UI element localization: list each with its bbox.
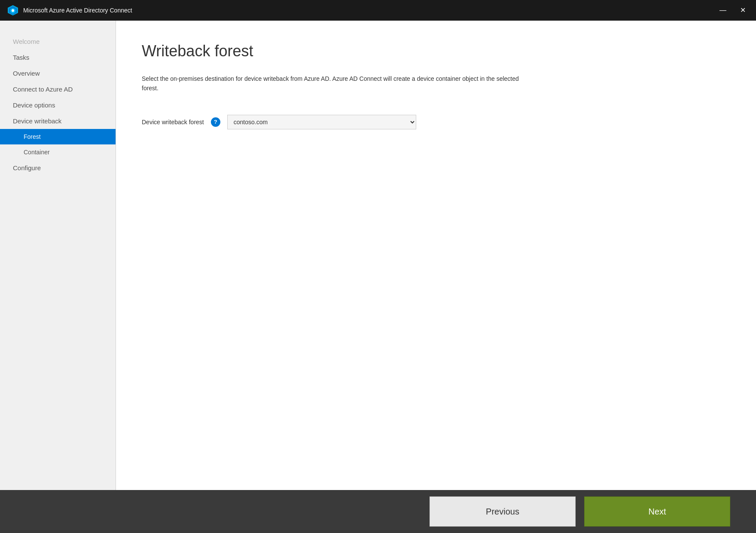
main-panel: Writeback forest Select the on-premises … bbox=[116, 21, 756, 490]
sidebar-item-configure[interactable]: Configure bbox=[0, 160, 116, 176]
window-title: Microsoft Azure Active Directory Connect bbox=[23, 7, 716, 14]
sidebar-item-forest[interactable]: Forest bbox=[0, 129, 116, 144]
help-icon[interactable]: ? bbox=[211, 117, 220, 127]
sidebar-item-container[interactable]: Container bbox=[0, 144, 116, 160]
page-title: Writeback forest bbox=[142, 42, 730, 60]
sidebar-item-device-options[interactable]: Device options bbox=[0, 97, 116, 113]
forest-select[interactable]: contoso.com bbox=[227, 115, 416, 129]
form-row: Device writeback forest ? contoso.com bbox=[142, 115, 730, 129]
sidebar: Welcome Tasks Overview Connect to Azure … bbox=[0, 21, 116, 490]
footer: Previous Next bbox=[0, 490, 756, 533]
content-area: Welcome Tasks Overview Connect to Azure … bbox=[0, 21, 756, 490]
sidebar-item-tasks[interactable]: Tasks bbox=[0, 49, 116, 65]
app-icon bbox=[7, 4, 19, 16]
sidebar-item-device-writeback[interactable]: Device writeback bbox=[0, 113, 116, 129]
window-controls: — ✕ bbox=[716, 5, 749, 15]
sidebar-item-welcome[interactable]: Welcome bbox=[0, 34, 116, 49]
titlebar: Microsoft Azure Active Directory Connect… bbox=[0, 0, 756, 21]
sidebar-item-connect-to-azure-ad[interactable]: Connect to Azure AD bbox=[0, 81, 116, 97]
next-button[interactable]: Next bbox=[584, 496, 730, 527]
previous-button[interactable]: Previous bbox=[430, 496, 576, 527]
main-window: Welcome Tasks Overview Connect to Azure … bbox=[0, 21, 756, 533]
close-button[interactable]: ✕ bbox=[737, 5, 749, 15]
form-label: Device writeback forest bbox=[142, 119, 204, 126]
page-description: Select the on-premises destination for d… bbox=[142, 74, 528, 93]
minimize-button[interactable]: — bbox=[716, 5, 730, 15]
sidebar-item-overview[interactable]: Overview bbox=[0, 65, 116, 81]
